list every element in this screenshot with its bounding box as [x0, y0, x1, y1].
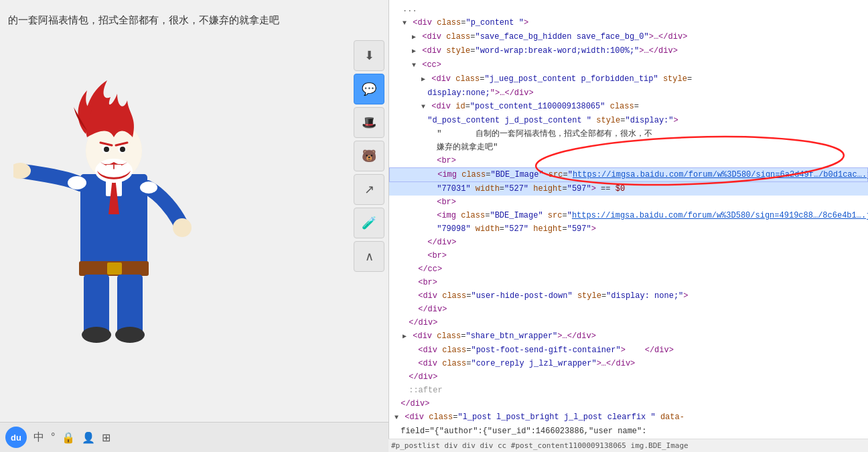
chinese-input-icon[interactable]: 中: [33, 431, 44, 445]
devtools-line[interactable]: <div class="share_btn_wrapper">…</div>: [389, 329, 868, 344]
svg-point-21: [173, 218, 192, 237]
devtools-line[interactable]: <br>: [389, 249, 868, 262]
devtools-line[interactable]: </div>: [389, 236, 868, 249]
devtools-line[interactable]: <div id="post_content_1100009138065" cla…: [389, 100, 868, 114]
svg-point-6: [115, 327, 145, 343]
devtools-line[interactable]: <img class="BDE_Image" src="https://imgs…: [389, 209, 868, 222]
devtools-line[interactable]: <br>: [389, 276, 868, 289]
devtools-line-selected[interactable]: <img class="BDE_Image" src="https://imgs…: [389, 167, 868, 182]
svg-point-20: [68, 176, 86, 190]
up-btn[interactable]: ∧: [354, 241, 384, 272]
svg-point-22: [140, 181, 157, 194]
lock-icon[interactable]: 🔒: [62, 431, 75, 444]
devtools-line[interactable]: 嫌弃的就拿走吧": [389, 141, 868, 154]
devtools-line[interactable]: <div class="user-hide-post-down" style="…: [389, 289, 868, 303]
devtools-line[interactable]: </div>: [389, 370, 868, 384]
triangle-icon[interactable]: [394, 412, 399, 424]
devtools-line[interactable]: <div class="save_face_bg_hidden save_fac…: [389, 30, 868, 44]
devtools-line[interactable]: </div>: [389, 397, 868, 410]
devtools-line[interactable]: field="{"author":{"user_id":1466023886,"…: [389, 425, 868, 438]
bear-btn[interactable]: 🐻: [354, 141, 384, 171]
devtools-line-lpost[interactable]: <div class="l_post l_post_bright j_l_pos…: [389, 410, 868, 425]
devtools-line[interactable]: </div>: [389, 303, 868, 316]
share-btn[interactable]: ↗: [354, 174, 384, 205]
user-name-text: user name: [593, 427, 637, 436]
devtools-line[interactable]: " 自制的一套阿福表情包，招式全部都有，很水，不: [389, 127, 868, 141]
status-bar-text: #p_postlist div div div cc #post_content…: [391, 441, 689, 450]
punctuation-icon[interactable]: °: [51, 431, 55, 443]
triangle-icon[interactable]: [412, 60, 416, 72]
img-src-link1[interactable]: https://imgsa.baidu.com/forum/w%3D580/si…: [573, 170, 868, 179]
baidu-logo: du: [5, 427, 27, 448]
grid-icon[interactable]: ⊞: [102, 431, 111, 444]
devtools-line[interactable]: <div style="word-wrap:break-word;width:1…: [389, 44, 868, 58]
post-header-text: 的一套阿福表情包，招式全部都有，很水，不嫌弃的就拿走吧: [0, 7, 348, 33]
left-panel: 的一套阿福表情包，招式全部都有，很水，不嫌弃的就拿走吧: [0, 0, 388, 452]
svg-point-16: [120, 147, 125, 152]
devtools-line[interactable]: </div>: [389, 316, 868, 329]
triangle-icon[interactable]: [421, 101, 425, 113]
hat-btn[interactable]: 🎩: [354, 107, 384, 138]
ellipsis-indicator: ...: [389, 3, 868, 16]
flask-btn[interactable]: 🧪: [354, 208, 384, 238]
devtools-line[interactable]: "79098" width="527" height="597">: [389, 222, 868, 236]
img-src-link2[interactable]: https://imgsa.baidu.com/forum/w%3D580/si…: [572, 211, 868, 220]
right-toolbar: ⬇ 💬 🎩 🐻 ↗ 🧪 ∧: [350, 40, 388, 272]
svg-rect-3: [84, 275, 109, 335]
core-reply-value: "core_reply j_lzl_wrapper": [471, 359, 596, 368]
devtools-line[interactable]: <div class="j_ueg_post_content p_forbidd…: [389, 72, 868, 86]
bottom-bar: du 中 ° 🔒 👤 ⊞: [0, 422, 388, 452]
user-icon[interactable]: 👤: [82, 431, 95, 444]
devtools-status-bar: #p_postlist div div div cc #post_content…: [388, 439, 868, 452]
svg-rect-2: [107, 262, 122, 275]
devtools-panel: ... <div class="p_content "> <div class=…: [388, 0, 868, 452]
triangle-icon[interactable]: [412, 46, 416, 58]
devtools-line[interactable]: <div class="p_content ">: [389, 16, 868, 30]
devtools-line[interactable]: "d_post_content j_d_post_content " style…: [389, 114, 868, 127]
triangle-icon[interactable]: [421, 74, 425, 86]
devtools-line-core-reply[interactable]: <div class="core_reply j_lzl_wrapper">…<…: [389, 357, 868, 370]
svg-rect-18: [115, 165, 121, 170]
svg-point-5: [82, 327, 111, 343]
svg-point-15: [104, 147, 109, 152]
devtools-line[interactable]: </cc>: [389, 262, 868, 276]
devtools-line-after[interactable]: ::after: [389, 384, 868, 397]
character-illustration: [13, 33, 214, 382]
devtools-line[interactable]: <cc>: [389, 58, 868, 72]
devtools-line-selected-cont[interactable]: "77031" width="527" height="597"> == $0: [389, 182, 868, 196]
svg-rect-4: [117, 275, 143, 335]
devtools-line[interactable]: <br>: [389, 154, 868, 167]
download-btn[interactable]: ⬇: [354, 40, 384, 71]
triangle-icon[interactable]: [403, 331, 407, 343]
chat-btn[interactable]: 💬: [354, 74, 384, 104]
devtools-line[interactable]: <br>: [389, 196, 868, 209]
svg-rect-17: [106, 165, 113, 170]
triangle-icon[interactable]: [412, 31, 416, 44]
devtools-line[interactable]: display:none;">…</div>: [389, 86, 868, 100]
devtools-line[interactable]: <div class="post-foot-send-gift-containe…: [389, 344, 868, 357]
triangle-icon[interactable]: [403, 17, 407, 29]
